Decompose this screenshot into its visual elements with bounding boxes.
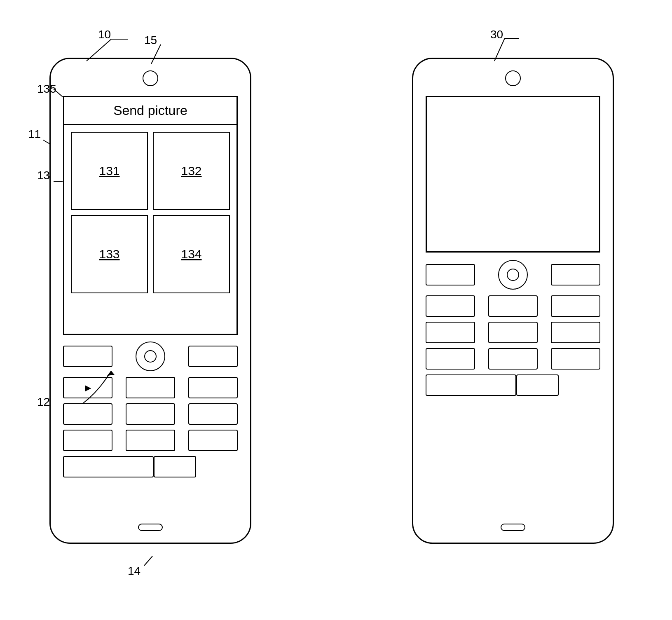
r-key-row-1 bbox=[426, 295, 600, 317]
screen-left: Send picture 131 132 133 134 bbox=[63, 96, 238, 335]
grid-label-133: 133 bbox=[99, 247, 119, 261]
grid-label-132: 132 bbox=[181, 164, 201, 178]
soft-key-right-l[interactable] bbox=[426, 264, 475, 285]
key-2[interactable] bbox=[126, 377, 175, 398]
picture-grid: 131 132 133 134 bbox=[64, 125, 236, 300]
send-picture-label: Send picture bbox=[113, 103, 187, 118]
label-13: 13 bbox=[37, 169, 50, 182]
label-11: 11 bbox=[28, 128, 41, 141]
key-1[interactable] bbox=[63, 377, 112, 398]
keypad-right bbox=[426, 295, 600, 401]
key-6[interactable] bbox=[188, 403, 238, 425]
key-row-4 bbox=[63, 456, 238, 477]
key-row-1 bbox=[63, 377, 238, 398]
key-4[interactable] bbox=[63, 403, 112, 425]
r-key-row-2 bbox=[426, 322, 600, 343]
grid-item-134[interactable]: 134 bbox=[153, 215, 230, 293]
grid-item-133[interactable]: 133 bbox=[71, 215, 148, 293]
label-15: 15 bbox=[144, 34, 157, 47]
r-key-1[interactable] bbox=[426, 295, 475, 317]
grid-item-132[interactable]: 132 bbox=[153, 132, 230, 210]
camera-right bbox=[505, 70, 521, 86]
r-key-6[interactable] bbox=[551, 322, 600, 343]
phone-right bbox=[412, 58, 614, 544]
key-row-3 bbox=[63, 430, 238, 451]
soft-key-left[interactable] bbox=[63, 346, 112, 367]
soft-key-right[interactable] bbox=[188, 346, 238, 367]
key-0[interactable] bbox=[154, 456, 196, 477]
grid-item-131[interactable]: 131 bbox=[71, 132, 148, 210]
r-key-row-3 bbox=[426, 348, 600, 370]
keypad-left bbox=[63, 377, 238, 482]
r-key-7[interactable] bbox=[426, 348, 475, 370]
title-bar: Send picture bbox=[64, 97, 236, 125]
speaker-right bbox=[501, 524, 525, 531]
grid-label-134: 134 bbox=[181, 247, 201, 261]
dpad-right[interactable] bbox=[498, 260, 528, 290]
label-10: 10 bbox=[98, 28, 111, 41]
key-star[interactable] bbox=[63, 456, 154, 477]
camera-left bbox=[143, 70, 158, 86]
r-key-9[interactable] bbox=[551, 348, 600, 370]
dpad-left[interactable] bbox=[136, 342, 165, 371]
dpad-inner-right bbox=[507, 269, 519, 281]
screen-right bbox=[426, 96, 600, 253]
key-5[interactable] bbox=[126, 403, 175, 425]
label-135: 135 bbox=[37, 82, 56, 96]
phone-left: Send picture 131 132 133 134 bbox=[49, 58, 251, 544]
nav-row-right bbox=[426, 261, 600, 289]
diagram: Send picture 131 132 133 134 bbox=[0, 0, 672, 620]
r-key-row-4 bbox=[426, 374, 600, 396]
r-key-3[interactable] bbox=[551, 295, 600, 317]
grid-label-131: 131 bbox=[99, 164, 119, 178]
label-30: 30 bbox=[490, 28, 503, 41]
key-9[interactable] bbox=[188, 430, 238, 451]
label-14: 14 bbox=[128, 564, 140, 578]
r-key-8[interactable] bbox=[488, 348, 538, 370]
r-key-4[interactable] bbox=[426, 322, 475, 343]
r-key-2[interactable] bbox=[488, 295, 538, 317]
key-row-2 bbox=[63, 403, 238, 425]
key-3[interactable] bbox=[188, 377, 238, 398]
r-key-star[interactable] bbox=[426, 374, 516, 396]
nav-row-left bbox=[63, 342, 238, 370]
svg-line-7 bbox=[144, 556, 152, 566]
key-8[interactable] bbox=[126, 430, 175, 451]
label-12: 12 bbox=[37, 395, 50, 409]
r-key-0[interactable] bbox=[516, 374, 558, 396]
speaker-left bbox=[138, 524, 163, 531]
key-7[interactable] bbox=[63, 430, 112, 451]
r-key-5[interactable] bbox=[488, 322, 538, 343]
soft-key-right-r[interactable] bbox=[551, 264, 600, 285]
dpad-inner-left bbox=[144, 350, 157, 363]
